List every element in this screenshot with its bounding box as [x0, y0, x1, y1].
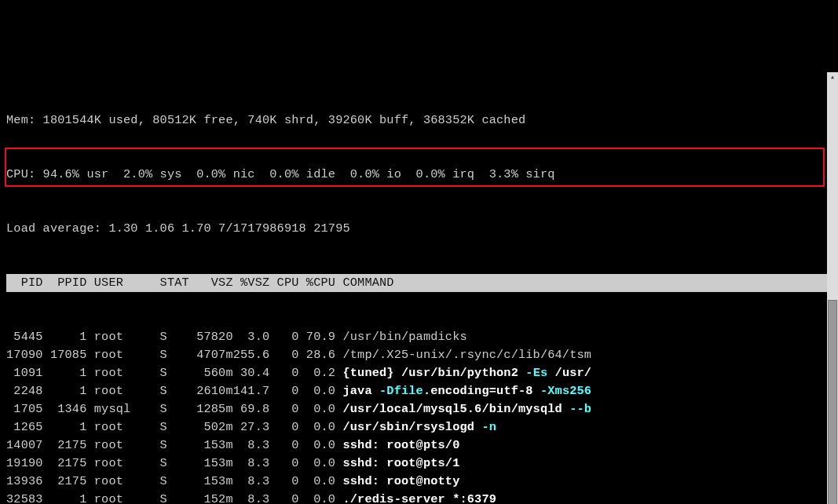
process-row: 14007 2175 root S 153m 8.3 0 0.0 sshd: r…: [6, 436, 838, 455]
scrollbar[interactable]: ▴ ▾: [827, 72, 838, 504]
cpu-line: CPU: 94.6% usr 2.0% sys 0.0% nic 0.0% id…: [6, 166, 838, 184]
scroll-up-icon[interactable]: ▴: [827, 72, 838, 83]
process-row: 1705 1346 mysql S 1285m 69.8 0 0.0 /usr/…: [6, 400, 838, 418]
process-row: 17090 17085 root S 4707m255.6 0 28.6 /tm…: [6, 346, 838, 364]
process-row: 32583 1 root S 152m 8.3 0 0.0 ./redis-se…: [6, 491, 838, 504]
terminal-top-output: Mem: 1801544K used, 80512K free, 740K sh…: [0, 72, 838, 504]
process-row: 1091 1 root S 560m 30.4 0 0.2 {tuned} /u…: [6, 364, 838, 382]
process-row: 19190 2175 root S 153m 8.3 0 0.0 sshd: r…: [6, 455, 838, 473]
process-row: 2248 1 root S 2610m141.7 0 0.0 java -Dfi…: [6, 382, 838, 400]
process-row: 5445 1 root S 57820 3.0 0 70.9 /usr/bin/…: [6, 328, 838, 346]
process-list: 5445 1 root S 57820 3.0 0 70.9 /usr/bin/…: [6, 328, 838, 504]
process-row: 13936 2175 root S 153m 8.3 0 0.0 sshd: r…: [6, 473, 838, 491]
process-row: 1265 1 root S 502m 27.3 0 0.0 /usr/sbin/…: [6, 418, 838, 436]
column-header: PID PPID USER STAT VSZ %VSZ CPU %CPU COM…: [6, 274, 838, 292]
mem-line: Mem: 1801544K used, 80512K free, 740K sh…: [6, 111, 838, 130]
scrollbar-thumb[interactable]: [828, 300, 837, 504]
load-line: Load average: 1.30 1.06 1.70 7/171798691…: [6, 220, 838, 238]
